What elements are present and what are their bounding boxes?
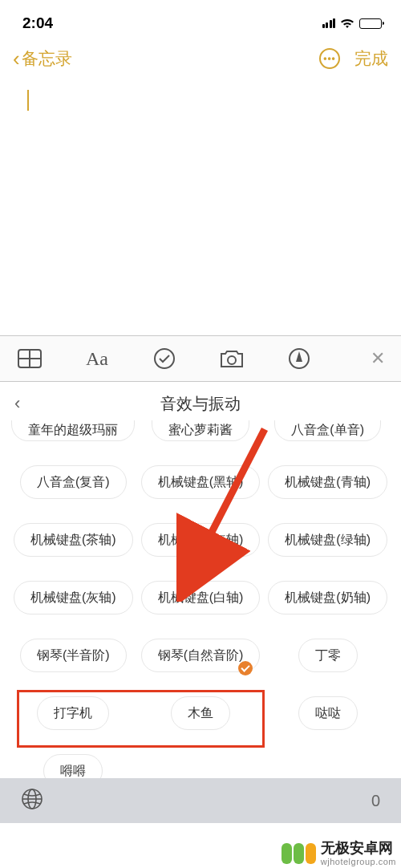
svg-point-4	[228, 356, 236, 364]
format-toolbar: Aa ✕	[0, 335, 401, 382]
globe-icon[interactable]	[21, 788, 43, 813]
status-right	[322, 18, 383, 29]
sound-chip[interactable]: 童年的超级玛丽	[11, 420, 135, 441]
sound-chip[interactable]: 机械键盘(绿轴)	[268, 523, 387, 557]
sound-chip[interactable]: 机械键盘(茶轴)	[14, 523, 133, 557]
watermark-name: 无极安卓网	[321, 841, 396, 857]
sound-chip[interactable]: 八音盒(复音)	[20, 465, 127, 499]
status-bar: 2:04	[0, 0, 401, 39]
notes-nav-bar: ‹ 备忘录 ••• 完成	[0, 39, 401, 79]
sound-chip[interactable]: 机械键盘(灰轴)	[14, 581, 133, 614]
sound-chip[interactable]: 机械键盘(红轴)	[141, 523, 261, 557]
back-label: 备忘录	[22, 47, 72, 70]
wifi-icon	[340, 18, 354, 29]
sound-chip[interactable]: 机械键盘(青轴)	[268, 465, 387, 499]
status-time: 2:04	[22, 14, 53, 32]
sound-chip[interactable]: 蜜心萝莉酱	[152, 420, 249, 441]
panel-back-button[interactable]: ‹	[14, 393, 20, 414]
sound-chip[interactable]: 打字机	[37, 696, 109, 730]
text-format-icon[interactable]: Aa	[83, 345, 111, 372]
sound-chip[interactable]: 丁零	[298, 639, 358, 672]
watermark-url: wjhotelgroup.com	[321, 857, 396, 866]
more-options-button[interactable]: •••	[319, 48, 340, 69]
sound-effects-panel: ‹ 音效与振动 童年的超级玛丽 蜜心萝莉酱 八音盒(单音) 八音盒(复音) 机械…	[0, 382, 401, 820]
keyboard-toolbar: 0	[0, 778, 401, 823]
selected-badge-icon	[238, 661, 253, 675]
close-toolbar-icon[interactable]: ✕	[371, 348, 385, 369]
back-to-notes[interactable]: ‹ 备忘录	[13, 47, 72, 70]
watermark-logo-icon	[282, 843, 316, 864]
sound-chip[interactable]: 八音盒(单音)	[274, 420, 381, 441]
cellular-signal-icon	[322, 18, 336, 28]
sound-chip[interactable]: 机械键盘(白轴)	[141, 581, 261, 614]
text-cursor	[27, 90, 29, 111]
svg-point-3	[155, 349, 174, 368]
battery-icon	[359, 18, 382, 29]
sound-chip[interactable]: 木鱼	[171, 696, 230, 730]
sound-options: 童年的超级玛丽 蜜心萝莉酱 八音盒(单音) 八音盒(复音) 机械键盘(黑轴) 机…	[0, 420, 401, 820]
panel-title: 音效与振动	[160, 393, 241, 415]
sound-chip[interactable]: 哒哒	[298, 696, 358, 730]
keyboard-key-zero[interactable]: 0	[371, 792, 380, 810]
chevron-left-icon: ‹	[13, 48, 20, 69]
camera-icon[interactable]	[218, 345, 245, 372]
panel-header: ‹ 音效与振动	[0, 382, 401, 425]
table-icon[interactable]	[16, 345, 43, 372]
watermark: 无极安卓网 wjhotelgroup.com	[282, 841, 396, 866]
checklist-icon[interactable]	[151, 345, 178, 372]
markup-icon[interactable]	[286, 345, 313, 372]
note-editor[interactable]	[0, 79, 401, 335]
sound-chip-piano-semitone[interactable]: 钢琴(半音阶)	[20, 639, 127, 672]
done-button[interactable]: 完成	[354, 47, 388, 70]
sound-chip[interactable]: 机械键盘(黑轴)	[141, 465, 261, 499]
sound-chip[interactable]: 机械键盘(奶轴)	[268, 581, 387, 614]
